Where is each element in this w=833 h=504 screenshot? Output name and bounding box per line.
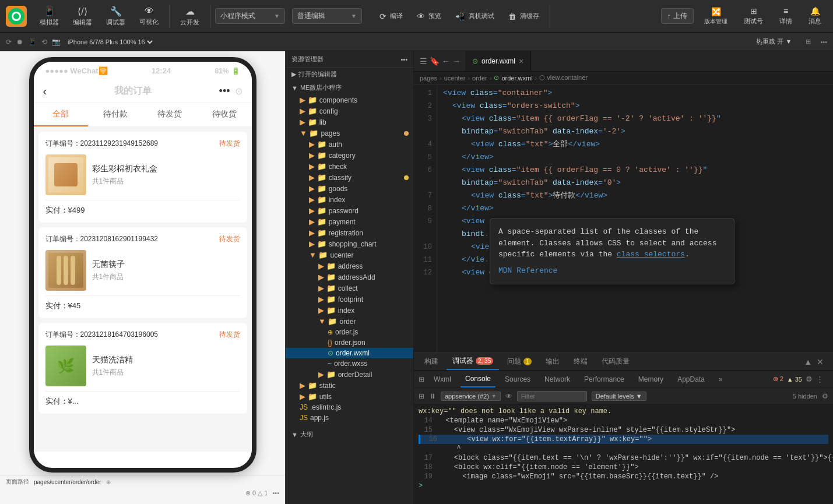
tooltip-class-link[interactable]: class selectors — [617, 250, 685, 259]
editor-forward-icon[interactable]: → — [452, 57, 461, 66]
filter-input[interactable] — [517, 391, 587, 401]
real-machine-button[interactable]: 📲 真机调试 — [449, 9, 500, 23]
more-button[interactable]: ••• — [219, 85, 230, 97]
folder-order[interactable]: ▼ 📁 order — [286, 316, 413, 327]
folder-lib[interactable]: ▶ 📁 lib — [286, 117, 413, 128]
refresh-icon[interactable]: ⟳ — [6, 38, 12, 46]
version-button[interactable]: 🔀 版本管理 — [698, 5, 733, 28]
folder-registration[interactable]: ▶ 📁 registration — [286, 227, 413, 238]
open-editors-section[interactable]: ▶ 打开的编辑器 — [286, 68, 413, 81]
folder-auth[interactable]: ▶ 📁 auth — [286, 139, 413, 150]
folder-index[interactable]: ▶ 📁 index — [286, 194, 413, 205]
preview-button[interactable]: 👁 预览 — [411, 9, 447, 23]
console-nav-icon[interactable]: ⊞ — [419, 375, 424, 383]
subtab-console[interactable]: Console — [461, 371, 495, 387]
device-selector[interactable]: iPhone 6/7/8 Plus 100% 16 — [65, 38, 154, 46]
editor-back-icon[interactable]: ← — [442, 57, 450, 66]
subtab-memory[interactable]: Memory — [634, 371, 668, 387]
editor-menu-icon[interactable]: ☰ — [420, 57, 427, 66]
more-options-icon[interactable]: ••• — [820, 38, 827, 45]
more-console-icon[interactable]: ⋮ — [816, 375, 824, 383]
test-num-button[interactable]: ⊞ 测试号 — [738, 4, 769, 28]
sidebar-menu-icon[interactable]: ••• — [400, 56, 407, 63]
file-order-json[interactable]: {} order.json — [286, 337, 413, 348]
folder-address[interactable]: ▶ 📁 address — [286, 260, 413, 272]
mdn-reference-link[interactable]: MDN Reference — [498, 265, 726, 277]
console-context-icon[interactable]: ⊞ — [419, 392, 424, 400]
debugger-button[interactable]: 🔧 调试器 — [100, 3, 131, 29]
cloud-button[interactable]: ☁ 云开发 — [174, 3, 205, 29]
file-order-wxss[interactable]: ~ order.wxss — [286, 358, 413, 369]
details-button[interactable]: ≡ 详情 — [774, 4, 798, 28]
folder-collect[interactable]: ▶ 📁 collect — [286, 283, 413, 294]
folder-password[interactable]: ▶ 📁 password — [286, 205, 413, 216]
settings-icon[interactable]: ⚙ — [806, 375, 813, 383]
compile-button[interactable]: ⟳ 编译 — [374, 9, 409, 23]
tab-order-wxml[interactable]: ⊙ order.wxml × — [465, 51, 531, 71]
console-pause-icon[interactable]: ⏸ — [429, 392, 436, 400]
subtab-network[interactable]: Network — [540, 371, 575, 387]
subtab-more[interactable]: » — [714, 371, 727, 387]
folder-ucenter[interactable]: ▼ 📁 ucenter — [286, 249, 413, 260]
tab-pending-receive[interactable]: 待收货 — [197, 103, 252, 126]
level-selector[interactable]: Default levels ▼ — [592, 392, 646, 401]
folder-components[interactable]: ▶ 📁 components — [286, 94, 413, 105]
file-order-wxml[interactable]: ⊙ order.wxml — [286, 348, 413, 358]
tab-pending-ship[interactable]: 待发货 — [143, 103, 198, 126]
subtab-appdata[interactable]: AppData — [673, 371, 709, 387]
outline-section[interactable]: ▼ 大纲 — [286, 428, 413, 441]
tab-issues[interactable]: 问题 1 — [501, 353, 537, 370]
tab-terminal[interactable]: 终端 — [568, 353, 593, 370]
eye-icon[interactable]: 👁 — [505, 392, 512, 400]
folder-check[interactable]: ▶ 📁 check — [286, 161, 413, 172]
folder-shopping-chart[interactable]: ▶ 📁 shopping_chart — [286, 238, 413, 249]
file-app-js[interactable]: JS app.js — [286, 413, 413, 423]
panel-close-icon[interactable]: ✕ — [817, 357, 824, 366]
upload-button[interactable]: ↑ 上传 — [661, 8, 694, 24]
settings-console-icon[interactable]: ⚙ — [822, 392, 828, 400]
copy-path-icon[interactable]: ⊕ — [106, 479, 111, 485]
folder-order-detail[interactable]: ▶ 📁 orderDetail — [286, 369, 413, 380]
message-button[interactable]: 🔔 消息 — [803, 4, 827, 28]
record-icon[interactable]: ⏺ — [16, 38, 23, 46]
code-editor[interactable]: 1 2 3 4 5 6 7 8 9 10 11 12 — [414, 84, 833, 353]
file-order-js[interactable]: ⊕ order.js — [286, 327, 413, 337]
layout-icon[interactable]: ⊞ — [806, 38, 811, 45]
console-content[interactable]: wx:key="" does not look like a valid key… — [414, 404, 833, 504]
phone-icon[interactable]: 📱 — [28, 38, 37, 46]
subtab-sources[interactable]: Sources — [500, 371, 535, 387]
tab-output[interactable]: 输出 — [540, 353, 565, 370]
folder-pages[interactable]: ▼ 📁 pages — [286, 128, 413, 139]
visual-button[interactable]: 👁 可视化 — [133, 3, 164, 29]
file-eslintrc[interactable]: JS .eslintrc.js — [286, 402, 413, 413]
project-section[interactable]: ▼ ME微店小程序 — [286, 81, 413, 94]
tab-all[interactable]: 全部 — [34, 103, 89, 126]
rotate-icon[interactable]: ⟲ — [41, 38, 47, 46]
folder-payment[interactable]: ▶ 📁 payment — [286, 216, 413, 227]
folder-address-add[interactable]: ▶ 📁 addressAdd — [286, 272, 413, 283]
mode-selector[interactable]: 小程序模式 ▼ — [215, 8, 285, 24]
folder-utils[interactable]: ▶ 📁 utils — [286, 391, 413, 402]
folder-static[interactable]: ▶ 📁 static — [286, 380, 413, 391]
tab-code-quality[interactable]: 代码质量 — [596, 353, 635, 370]
simulator-button[interactable]: 📱 模拟器 — [34, 3, 65, 29]
clear-cache-button[interactable]: 🗑 清缓存 — [502, 9, 545, 23]
folder-goods[interactable]: ▶ 📁 goods — [286, 183, 413, 194]
panel-collapse-icon[interactable]: ▲ — [804, 357, 812, 366]
appservice-selector[interactable]: appservice (#2) ▼ — [441, 392, 501, 401]
subtab-wxml[interactable]: Wxml — [429, 371, 456, 387]
tab-build[interactable]: 构建 — [419, 353, 444, 370]
console-input-line[interactable]: > — [419, 481, 828, 491]
tab-pending-pay[interactable]: 待付款 — [88, 103, 143, 126]
screenshot-icon[interactable]: 📷 — [52, 38, 61, 46]
editor-button[interactable]: ⟨/⟩ 编辑器 — [67, 3, 98, 29]
tab-debugger[interactable]: 调试器 2, 35 — [447, 353, 499, 370]
subtab-performance[interactable]: Performance — [579, 371, 629, 387]
folder-config[interactable]: ▶ 📁 config — [286, 105, 413, 117]
folder-classify[interactable]: ▶ 📁 classify — [286, 172, 413, 183]
back-button[interactable]: ‹ — [43, 84, 47, 98]
tab-close-button[interactable]: × — [519, 57, 523, 66]
hot-reload-label[interactable]: 热重载 开 ▼ — [756, 37, 792, 46]
folder-index-ucenter[interactable]: ▶ 📁 index — [286, 305, 413, 316]
folder-category[interactable]: ▶ 📁 category — [286, 150, 413, 161]
